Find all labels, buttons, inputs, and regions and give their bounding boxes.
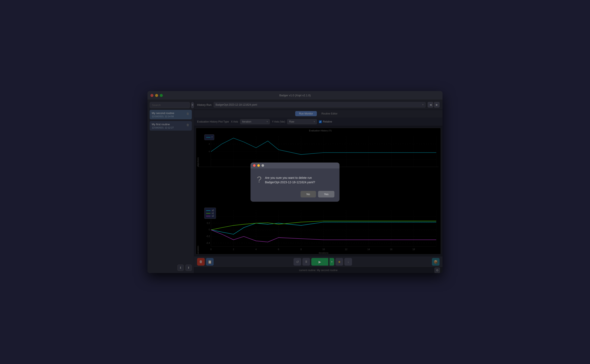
modal-yes-button[interactable]: Yes — [318, 191, 335, 197]
modal-titlebar — [250, 162, 340, 169]
modal-dialog: ? Are you sure you want to delete run Ba… — [250, 162, 340, 202]
modal-min-btn[interactable] — [257, 164, 260, 167]
modal-max-btn[interactable] — [261, 164, 264, 167]
modal-close-btn[interactable] — [253, 164, 255, 167]
app-window: Badger v1.0 (Xopt v2.1.0) + My second ro… — [148, 91, 442, 273]
modal-text: Are you sure you want to delete run Badg… — [265, 175, 315, 185]
modal-no-button[interactable]: No — [301, 191, 316, 197]
modal-message-line1: Are you sure you want to delete run — [265, 176, 312, 179]
modal-question-icon: ? — [257, 175, 261, 184]
modal-content: ? Are you sure you want to delete run Ba… — [250, 169, 340, 189]
modal-overlay: ? Are you sure you want to delete run Ba… — [148, 91, 442, 273]
modal-message-line2: BadgerOpt-2023-12-18-121624.yaml? — [265, 181, 315, 184]
modal-buttons: No Yes — [250, 189, 340, 202]
